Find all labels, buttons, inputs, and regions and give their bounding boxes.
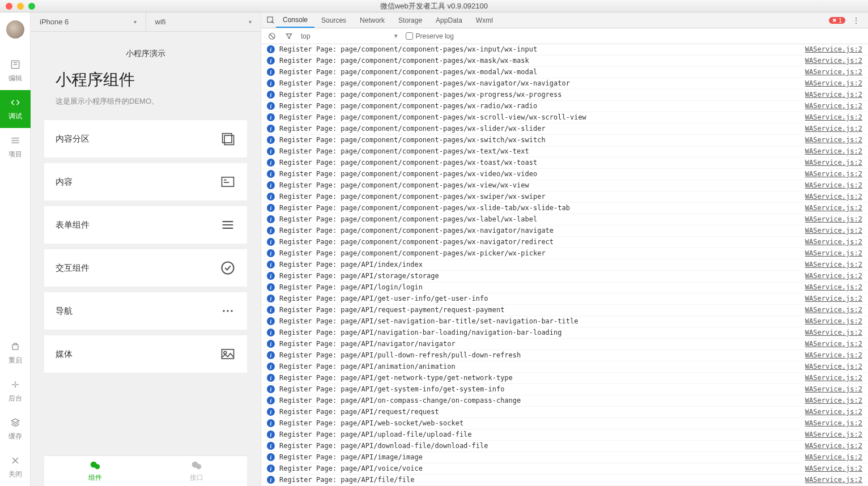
log-source-link[interactable]: WAService.js:2 (805, 203, 862, 213)
error-badge[interactable]: 1 (829, 17, 845, 24)
tab-api[interactable]: 接口 (146, 456, 247, 486)
info-icon: i (267, 79, 275, 87)
list-item[interactable]: 交互组件 (44, 249, 247, 287)
log-source-link[interactable]: WAService.js:2 (805, 385, 862, 394)
log-source-link[interactable]: WAService.js:2 (805, 475, 862, 485)
log-message: Register Page: page/component/component-… (279, 135, 799, 145)
log-source-link[interactable]: WAService.js:2 (805, 56, 862, 66)
devtools-tab-sources[interactable]: Sources (314, 12, 353, 28)
log-source-link[interactable]: WAService.js:2 (805, 453, 862, 462)
titlebar: 微信web开发者工具 v0.9.092100 (0, 0, 868, 12)
sidebar-item-edit[interactable]: 编辑 (0, 52, 31, 90)
network-select[interactable]: wifi ▾ (146, 12, 261, 31)
console-log-row: iRegister Page: page/API/animation/anima… (261, 361, 868, 373)
sidebar-item-cache[interactable]: 缓存 (0, 410, 31, 448)
info-icon: i (267, 136, 275, 144)
log-source-link[interactable]: WAService.js:2 (805, 147, 862, 156)
avatar[interactable] (6, 20, 24, 39)
sidebar-item-restart[interactable]: 重启 (0, 334, 31, 372)
log-source-link[interactable]: WAService.js:2 (805, 124, 862, 134)
list-item[interactable]: 内容分区 (44, 120, 247, 157)
log-source-link[interactable]: WAService.js:2 (805, 362, 862, 372)
device-select[interactable]: iPhone 6 ▾ (31, 12, 146, 31)
log-message: Register Page: page/component/component-… (279, 215, 799, 224)
list-item[interactable]: 媒体 (44, 335, 247, 373)
filter-icon[interactable] (284, 31, 294, 41)
sidebar-item-project[interactable]: 项目 (0, 128, 31, 166)
log-source-link[interactable]: WAService.js:2 (805, 135, 862, 145)
log-source-link[interactable]: WAService.js:2 (805, 215, 862, 224)
log-source-link[interactable]: WAService.js:2 (805, 67, 862, 77)
log-source-link[interactable]: WAService.js:2 (805, 430, 862, 440)
svg-rect-4 (222, 177, 234, 186)
info-icon: i (267, 272, 275, 280)
tab-component[interactable]: 组件 (44, 456, 146, 486)
log-source-link[interactable]: WAService.js:2 (805, 45, 862, 54)
console-log-row: iRegister Page: page/component/component… (261, 225, 868, 237)
log-source-link[interactable]: WAService.js:2 (805, 407, 862, 417)
console-log-row: iRegister Page: page/API/request/request… (261, 407, 868, 418)
log-source-link[interactable]: WAService.js:2 (805, 90, 862, 100)
log-source-link[interactable]: WAService.js:2 (805, 260, 862, 270)
console-log-area[interactable]: iRegister Page: page/component/component… (261, 44, 868, 486)
log-source-link[interactable]: WAService.js:2 (805, 79, 862, 88)
svg-rect-3 (224, 135, 233, 144)
sidebar-item-debug[interactable]: 调试 (0, 90, 31, 128)
log-source-link[interactable]: WAService.js:2 (805, 158, 862, 168)
log-source-link[interactable]: WAService.js:2 (805, 305, 862, 315)
info-icon: i (267, 283, 275, 291)
more-icon[interactable]: ⋮ (849, 16, 863, 25)
list-item[interactable]: 导航 (44, 292, 247, 330)
console-log-row: iRegister Page: page/API/file/fileWAServ… (261, 475, 868, 486)
info-icon: i (267, 181, 275, 189)
devtools-tab-console[interactable]: Console (276, 12, 314, 28)
log-source-link[interactable]: WAService.js:2 (805, 283, 862, 292)
log-source-link[interactable]: WAService.js:2 (805, 237, 862, 247)
log-source-link[interactable]: WAService.js:2 (805, 101, 862, 111)
log-source-link[interactable]: WAService.js:2 (805, 181, 862, 190)
log-source-link[interactable]: WAService.js:2 (805, 294, 862, 304)
sidebar-item-label: 调试 (8, 112, 22, 121)
sidebar-item-close[interactable]: 关闭 (0, 448, 31, 486)
preserve-log-checkbox[interactable]: Preserve log (406, 32, 454, 40)
context-select[interactable]: top ▼ (301, 32, 399, 40)
log-source-link[interactable]: WAService.js:2 (805, 328, 862, 338)
log-source-link[interactable]: WAService.js:2 (805, 113, 862, 122)
sidebar-item-background[interactable]: 后台 (0, 372, 31, 410)
background-icon (10, 379, 21, 390)
log-source-link[interactable]: WAService.js:2 (805, 169, 862, 179)
console-log-row: iRegister Page: page/component/component… (261, 78, 868, 89)
log-source-link[interactable]: WAService.js:2 (805, 419, 862, 428)
list-item[interactable]: 内容 (44, 163, 247, 201)
log-source-link[interactable]: WAService.js:2 (805, 226, 862, 236)
devtools-tab-appdata[interactable]: AppData (429, 12, 469, 28)
log-source-link[interactable]: WAService.js:2 (805, 396, 862, 406)
info-icon: i (267, 442, 275, 450)
console-log-row: iRegister Page: page/API/set-navigation-… (261, 316, 868, 327)
log-message: Register Page: page/component/component-… (279, 113, 799, 122)
log-source-link[interactable]: WAService.js:2 (805, 249, 862, 258)
inspect-icon[interactable] (266, 15, 276, 25)
log-source-link[interactable]: WAService.js:2 (805, 464, 862, 474)
log-source-link[interactable]: WAService.js:2 (805, 373, 862, 383)
log-message: Register Page: page/component/component-… (279, 226, 799, 236)
log-source-link[interactable]: WAService.js:2 (805, 339, 862, 349)
log-source-link[interactable]: WAService.js:2 (805, 441, 862, 451)
info-icon: i (267, 419, 275, 427)
info-icon: i (267, 227, 275, 235)
devtools-tab-network[interactable]: Network (353, 12, 392, 28)
device-select-value: iPhone 6 (40, 18, 69, 26)
list-item[interactable]: 表单组件 (44, 206, 247, 244)
menu-icon (10, 135, 21, 146)
log-source-link[interactable]: WAService.js:2 (805, 271, 862, 281)
clear-console-icon[interactable] (267, 31, 277, 41)
devtools-tab-storage[interactable]: Storage (392, 12, 429, 28)
log-message: Register Page: page/component/component-… (279, 203, 799, 213)
log-message: Register Page: page/component/component-… (279, 181, 799, 190)
log-source-link[interactable]: WAService.js:2 (805, 317, 862, 326)
info-icon: i (267, 306, 275, 314)
log-source-link[interactable]: WAService.js:2 (805, 192, 862, 202)
log-source-link[interactable]: WAService.js:2 (805, 351, 862, 360)
devtools-tab-wxml[interactable]: Wxml (469, 12, 500, 28)
info-icon: i (267, 385, 275, 393)
